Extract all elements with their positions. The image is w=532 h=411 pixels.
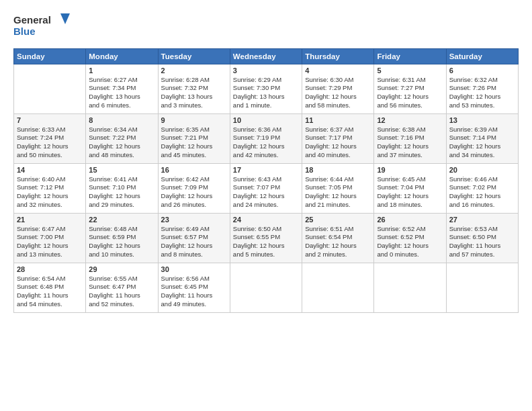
calendar-cell: 23Sunrise: 6:49 AMSunset: 6:57 PMDayligh… bbox=[158, 213, 230, 263]
day-number: 16 bbox=[161, 166, 227, 174]
day-number: 14 bbox=[17, 166, 83, 174]
calendar-cell bbox=[14, 64, 86, 113]
cell-content: Sunrise: 6:50 AMSunset: 6:55 PMDaylight:… bbox=[233, 225, 299, 259]
col-header-tuesday: Tuesday bbox=[158, 48, 230, 64]
day-number: 7 bbox=[17, 116, 83, 124]
calendar-cell: 13Sunrise: 6:39 AMSunset: 7:14 PMDayligh… bbox=[446, 113, 518, 163]
calendar-cell: 19Sunrise: 6:45 AMSunset: 7:04 PMDayligh… bbox=[374, 163, 446, 213]
col-header-friday: Friday bbox=[374, 48, 446, 64]
calendar-cell: 10Sunrise: 6:36 AMSunset: 7:19 PMDayligh… bbox=[230, 113, 302, 163]
calendar-cell: 15Sunrise: 6:41 AMSunset: 7:10 PMDayligh… bbox=[86, 163, 158, 213]
cell-content: Sunrise: 6:49 AMSunset: 6:57 PMDaylight:… bbox=[161, 225, 227, 259]
day-number: 19 bbox=[377, 166, 443, 174]
page-header: General Blue bbox=[13, 12, 519, 42]
calendar-cell: 11Sunrise: 6:37 AMSunset: 7:17 PMDayligh… bbox=[302, 113, 374, 163]
calendar-cell: 25Sunrise: 6:51 AMSunset: 6:54 PMDayligh… bbox=[302, 213, 374, 263]
day-number: 12 bbox=[377, 116, 443, 124]
week-row-5: 28Sunrise: 6:54 AMSunset: 6:48 PMDayligh… bbox=[14, 263, 519, 312]
cell-content: Sunrise: 6:36 AMSunset: 7:19 PMDaylight:… bbox=[233, 126, 299, 160]
svg-text:General: General bbox=[13, 14, 51, 26]
day-number: 17 bbox=[233, 166, 299, 174]
calendar-cell: 30Sunrise: 6:56 AMSunset: 6:45 PMDayligh… bbox=[158, 263, 230, 312]
calendar-cell: 5Sunrise: 6:31 AMSunset: 7:27 PMDaylight… bbox=[374, 64, 446, 113]
cell-content: Sunrise: 6:54 AMSunset: 6:48 PMDaylight:… bbox=[17, 275, 83, 309]
day-number: 4 bbox=[305, 66, 371, 75]
cell-content: Sunrise: 6:42 AMSunset: 7:09 PMDaylight:… bbox=[161, 175, 227, 210]
svg-text:Blue: Blue bbox=[13, 26, 36, 37]
cell-content: Sunrise: 6:51 AMSunset: 6:54 PMDaylight:… bbox=[305, 225, 371, 259]
calendar-cell: 9Sunrise: 6:35 AMSunset: 7:21 PMDaylight… bbox=[158, 113, 230, 163]
cell-content: Sunrise: 6:48 AMSunset: 6:59 PMDaylight:… bbox=[89, 225, 154, 259]
day-number: 20 bbox=[449, 166, 515, 174]
day-number: 5 bbox=[377, 66, 443, 75]
calendar-cell: 6Sunrise: 6:32 AMSunset: 7:26 PMDaylight… bbox=[446, 64, 518, 113]
day-number: 13 bbox=[449, 116, 515, 124]
calendar-cell: 17Sunrise: 6:43 AMSunset: 7:07 PMDayligh… bbox=[230, 163, 302, 213]
svg-marker-2 bbox=[60, 13, 70, 24]
calendar-cell bbox=[446, 263, 518, 312]
calendar-cell: 2Sunrise: 6:28 AMSunset: 7:32 PMDaylight… bbox=[158, 64, 230, 113]
calendar-cell: 8Sunrise: 6:34 AMSunset: 7:22 PMDaylight… bbox=[86, 113, 158, 163]
calendar-cell: 27Sunrise: 6:53 AMSunset: 6:50 PMDayligh… bbox=[446, 213, 518, 263]
day-number: 8 bbox=[89, 116, 154, 124]
calendar-cell bbox=[230, 263, 302, 312]
calendar-cell: 22Sunrise: 6:48 AMSunset: 6:59 PMDayligh… bbox=[86, 213, 158, 263]
cell-content: Sunrise: 6:40 AMSunset: 7:12 PMDaylight:… bbox=[17, 175, 83, 210]
day-number: 18 bbox=[305, 166, 371, 174]
cell-content: Sunrise: 6:47 AMSunset: 7:00 PMDaylight:… bbox=[17, 225, 83, 259]
week-row-4: 21Sunrise: 6:47 AMSunset: 7:00 PMDayligh… bbox=[14, 213, 519, 263]
calendar-cell: 14Sunrise: 6:40 AMSunset: 7:12 PMDayligh… bbox=[14, 163, 86, 213]
calendar-cell: 16Sunrise: 6:42 AMSunset: 7:09 PMDayligh… bbox=[158, 163, 230, 213]
day-number: 11 bbox=[305, 116, 371, 124]
cell-content: Sunrise: 6:43 AMSunset: 7:07 PMDaylight:… bbox=[233, 175, 299, 210]
cell-content: Sunrise: 6:32 AMSunset: 7:26 PMDaylight:… bbox=[449, 76, 515, 110]
cell-content: Sunrise: 6:33 AMSunset: 7:24 PMDaylight:… bbox=[17, 126, 83, 160]
cell-content: Sunrise: 6:27 AMSunset: 7:34 PMDaylight:… bbox=[89, 76, 154, 110]
logo: General Blue bbox=[13, 12, 71, 42]
day-number: 29 bbox=[89, 265, 154, 273]
cell-content: Sunrise: 6:28 AMSunset: 7:32 PMDaylight:… bbox=[161, 76, 227, 110]
cell-content: Sunrise: 6:37 AMSunset: 7:17 PMDaylight:… bbox=[305, 126, 371, 160]
cell-content: Sunrise: 6:55 AMSunset: 6:47 PMDaylight:… bbox=[89, 275, 154, 309]
cell-content: Sunrise: 6:53 AMSunset: 6:50 PMDaylight:… bbox=[449, 225, 515, 259]
cell-content: Sunrise: 6:46 AMSunset: 7:02 PMDaylight:… bbox=[449, 175, 515, 210]
calendar-cell: 1Sunrise: 6:27 AMSunset: 7:34 PMDaylight… bbox=[86, 64, 158, 113]
day-number: 6 bbox=[449, 66, 515, 75]
calendar-cell bbox=[302, 263, 374, 312]
day-number: 9 bbox=[161, 116, 227, 124]
calendar-cell: 12Sunrise: 6:38 AMSunset: 7:16 PMDayligh… bbox=[374, 113, 446, 163]
week-row-3: 14Sunrise: 6:40 AMSunset: 7:12 PMDayligh… bbox=[14, 163, 519, 213]
day-number: 22 bbox=[89, 216, 154, 224]
week-row-2: 7Sunrise: 6:33 AMSunset: 7:24 PMDaylight… bbox=[14, 113, 519, 163]
day-number: 21 bbox=[17, 216, 83, 224]
cell-content: Sunrise: 6:39 AMSunset: 7:14 PMDaylight:… bbox=[449, 126, 515, 160]
col-header-monday: Monday bbox=[86, 48, 158, 64]
day-number: 26 bbox=[377, 216, 443, 224]
day-number: 30 bbox=[161, 265, 227, 273]
calendar-cell bbox=[374, 263, 446, 312]
cell-content: Sunrise: 6:52 AMSunset: 6:52 PMDaylight:… bbox=[377, 225, 443, 259]
day-number: 25 bbox=[305, 216, 371, 224]
day-number: 15 bbox=[89, 166, 154, 174]
logo-text: General Blue bbox=[13, 12, 71, 42]
calendar-cell: 3Sunrise: 6:29 AMSunset: 7:30 PMDaylight… bbox=[230, 64, 302, 113]
calendar-cell: 20Sunrise: 6:46 AMSunset: 7:02 PMDayligh… bbox=[446, 163, 518, 213]
calendar-cell: 21Sunrise: 6:47 AMSunset: 7:00 PMDayligh… bbox=[14, 213, 86, 263]
week-row-1: 1Sunrise: 6:27 AMSunset: 7:34 PMDaylight… bbox=[14, 64, 519, 113]
calendar-cell: 29Sunrise: 6:55 AMSunset: 6:47 PMDayligh… bbox=[86, 263, 158, 312]
calendar-cell: 28Sunrise: 6:54 AMSunset: 6:48 PMDayligh… bbox=[14, 263, 86, 312]
day-number: 23 bbox=[161, 216, 227, 224]
day-number: 28 bbox=[17, 265, 83, 273]
day-number: 27 bbox=[449, 216, 515, 224]
cell-content: Sunrise: 6:34 AMSunset: 7:22 PMDaylight:… bbox=[89, 126, 154, 160]
day-number: 2 bbox=[161, 66, 227, 75]
col-header-wednesday: Wednesday bbox=[230, 48, 302, 64]
day-number: 10 bbox=[233, 116, 299, 124]
calendar-cell: 7Sunrise: 6:33 AMSunset: 7:24 PMDaylight… bbox=[14, 113, 86, 163]
day-number: 24 bbox=[233, 216, 299, 224]
calendar-cell: 26Sunrise: 6:52 AMSunset: 6:52 PMDayligh… bbox=[374, 213, 446, 263]
calendar-cell: 4Sunrise: 6:30 AMSunset: 7:29 PMDaylight… bbox=[302, 64, 374, 113]
cell-content: Sunrise: 6:38 AMSunset: 7:16 PMDaylight:… bbox=[377, 126, 443, 160]
col-header-saturday: Saturday bbox=[446, 48, 518, 64]
day-number: 1 bbox=[89, 66, 154, 75]
